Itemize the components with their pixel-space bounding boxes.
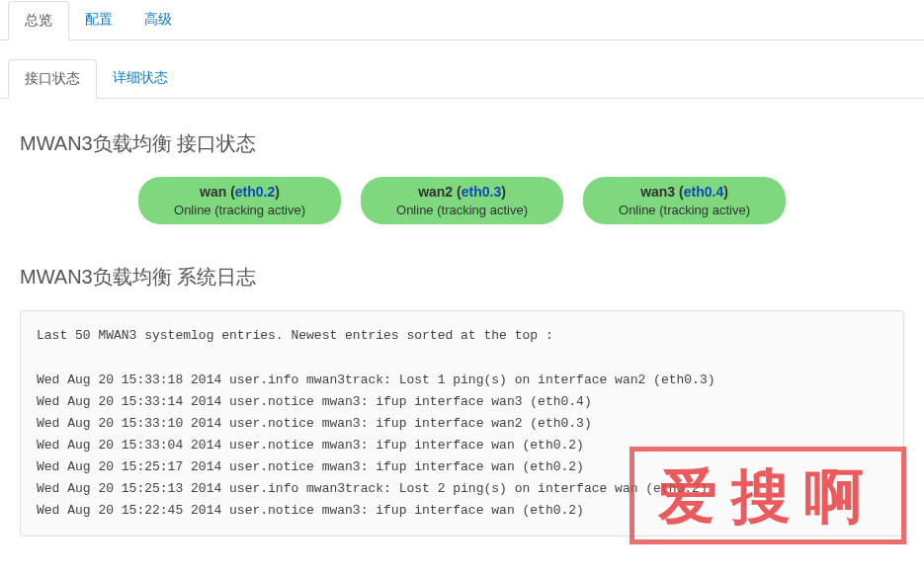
interface-wan3: wan3 (eth0.4) Online (tracking active) [583, 177, 786, 224]
tab-advanced[interactable]: 高级 [128, 1, 188, 41]
interface-iface: eth0.2 [235, 184, 275, 200]
tabs-main: 总览 配置 高级 [0, 0, 924, 41]
tabs-sub: 接口状态 详细状态 [0, 58, 924, 99]
interface-state: Online (tracking active) [369, 202, 555, 219]
log-line: Wed Aug 20 15:33:10 2014 user.notice mwa… [37, 413, 887, 435]
interface-name: wan2 [418, 184, 453, 200]
section-interface-title: MWAN3负载均衡 接口状态 [20, 130, 904, 157]
interface-status-row: wan (eth0.2) Online (tracking active) wa… [20, 177, 904, 264]
tab-interface-status[interactable]: 接口状态 [8, 59, 97, 99]
log-line: Wed Aug 20 15:33:18 2014 user.info mwan3… [37, 370, 887, 391]
log-line: Wed Aug 20 15:22:45 2014 user.notice mwa… [37, 500, 887, 522]
log-line: Wed Aug 20 15:25:13 2014 user.info mwan3… [37, 478, 887, 500]
log-line: Wed Aug 20 15:33:14 2014 user.notice mwa… [37, 391, 887, 413]
page-content: MWAN3负载均衡 接口状态 wan (eth0.2) Online (trac… [0, 99, 924, 556]
interface-state: Online (tracking active) [146, 202, 333, 219]
log-line: Wed Aug 20 15:25:17 2014 user.notice mwa… [37, 456, 887, 478]
interface-name: wan3 [640, 184, 675, 200]
system-log: Last 50 MWAN3 systemlog entries. Newest … [20, 310, 904, 537]
interface-name: wan [200, 184, 226, 200]
tab-config[interactable]: 配置 [69, 1, 128, 41]
tab-detailed-status[interactable]: 详细状态 [97, 59, 184, 99]
section-log-title: MWAN3负载均衡 系统日志 [20, 264, 904, 290]
log-line: Wed Aug 20 15:33:04 2014 user.notice mwa… [37, 435, 887, 456]
tab-overview[interactable]: 总览 [8, 1, 69, 41]
interface-iface: eth0.3 [462, 184, 501, 200]
interface-iface: eth0.4 [684, 184, 723, 200]
interface-wan2: wan2 (eth0.3) Online (tracking active) [361, 177, 563, 224]
interface-state: Online (tracking active) [591, 202, 778, 219]
log-header: Last 50 MWAN3 systemlog entries. Newest … [37, 325, 887, 347]
interface-wan: wan (eth0.2) Online (tracking active) [138, 177, 341, 224]
